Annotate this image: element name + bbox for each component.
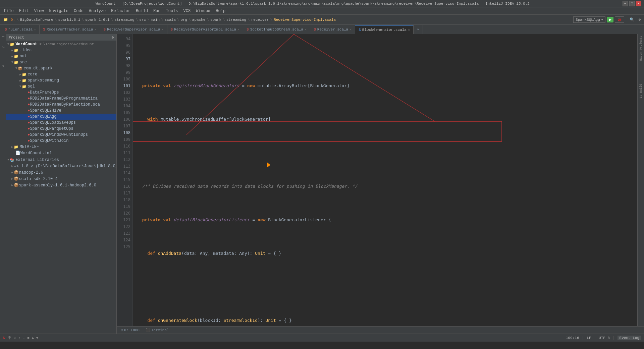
favorites-icon[interactable]: ★ bbox=[1, 64, 5, 67]
menu-code[interactable]: Code bbox=[71, 8, 86, 14]
tab-receiver[interactable]: S Receiver.scala ✕ bbox=[310, 25, 355, 34]
tree-item-out[interactable]: ▶ 📁 out bbox=[6, 53, 116, 59]
status-bar: S 中 ✍ ↑ ↓ ■ ▲ ♥ 109:16 | LF | UTF-8 | Ev… bbox=[0, 334, 644, 342]
tree-item-rdd2dataframebyprg[interactable]: ● RDD2DataFrameByProgrammatica bbox=[6, 96, 116, 102]
tree-label: WordCount bbox=[15, 42, 37, 47]
close-icon[interactable]: ✕ bbox=[408, 28, 410, 32]
close-button[interactable]: ✕ bbox=[636, 1, 641, 6]
close-icon[interactable]: ✕ bbox=[95, 27, 97, 32]
run-config-name: SparkSQLAgg bbox=[576, 18, 600, 22]
tree-item-external-libs[interactable]: ▼ 📚 External Libraries bbox=[6, 157, 116, 163]
tree-item-sparksqlparquet[interactable]: ● SparkSQLParquetOps bbox=[6, 126, 116, 132]
run-button[interactable]: ▶ bbox=[607, 17, 613, 22]
tree-label: SparkSQLLoadSaveOps bbox=[30, 120, 76, 125]
menu-build[interactable]: Build bbox=[133, 8, 151, 14]
tab-socketinputdstream[interactable]: S SocketInputDStream.scala ✕ bbox=[243, 25, 310, 34]
tree-item-sparksqlwithjoin[interactable]: ● SparkSQLWithJoin bbox=[6, 138, 116, 144]
menu-analyze[interactable]: Analyze bbox=[86, 8, 108, 14]
debug-button[interactable]: 🐞 bbox=[615, 16, 624, 23]
tree-item-sparksteaming[interactable]: ▶ 📁 sparksteaming bbox=[6, 77, 116, 83]
tree-item-sparksql2hive[interactable]: ● SparkSQL2Hive bbox=[6, 108, 116, 114]
tree-item-scala-sdk[interactable]: ▶ 📦 scala-sdk-2.10.4 bbox=[6, 176, 116, 182]
tree-item-wordcount[interactable]: ▼ 📁 WordCount D:\IdeaProjects\WordCount bbox=[6, 41, 116, 47]
chevron-down-icon: ▾ bbox=[601, 17, 603, 22]
line-num: 94 bbox=[117, 36, 130, 42]
menu-navigate[interactable]: Navigate bbox=[46, 8, 71, 14]
tab-blockgenerator[interactable]: S BlockGenerator.scala ✕ bbox=[355, 25, 414, 34]
maven-projects-label[interactable]: Maven Projects bbox=[639, 36, 643, 61]
line-num: 121 bbox=[117, 217, 130, 223]
close-icon[interactable]: ✕ bbox=[305, 27, 307, 32]
line-num: 116 bbox=[117, 183, 130, 190]
tree-item-hadoop[interactable]: ▶ 📦 hadoop-2.6 bbox=[6, 169, 116, 176]
tab-label: ReceiverSupervisorImpl.scala bbox=[174, 27, 236, 32]
tree-item-core[interactable]: ▶ 📁 core bbox=[6, 71, 116, 77]
tree-label: spark-assembly-1.6.1-hadoop2.6.0 bbox=[19, 183, 96, 188]
tree-item-sql[interactable]: ▼ 📁 sql bbox=[6, 83, 116, 90]
tree-item-com-dt-spark[interactable]: ▼ 📦 com.dt.spark bbox=[6, 65, 116, 71]
line-num: 123 bbox=[117, 230, 130, 237]
tree-item-dataframeops[interactable]: ● DataFrameOps bbox=[6, 90, 116, 96]
svg-marker-3 bbox=[267, 162, 270, 168]
menu-edit[interactable]: Edit bbox=[16, 8, 32, 14]
menu-file[interactable]: File bbox=[1, 8, 16, 14]
tab-receiversupervisor[interactable]: S ReceiverSupervisor.scala ✕ bbox=[100, 25, 167, 34]
status-ime-indicator: 中 bbox=[8, 335, 11, 340]
menu-tools[interactable]: Tools bbox=[163, 8, 181, 14]
tab-receivertracker[interactable]: S ReceiverTracker.scala ✕ bbox=[40, 25, 100, 34]
minimize-button[interactable]: ─ bbox=[623, 1, 628, 6]
tree-item-jdk[interactable]: ▶ ☕ < 1.8 > (D:\BigDataSoftware\Java\jdk… bbox=[6, 163, 116, 169]
line-num: 95 bbox=[117, 42, 130, 49]
position-label: 109:16 bbox=[566, 336, 579, 340]
tab-todo[interactable]: ☑ 6: TODO bbox=[118, 327, 142, 333]
code-editor[interactable]: private val registeredBlockGenerators = … bbox=[133, 34, 637, 326]
toolbar-path: D: \ BigDataSoftware \ spark1.6.1 \ spar… bbox=[11, 18, 336, 22]
event-log-button[interactable]: Event Log bbox=[618, 336, 641, 340]
toolbar-search-icon[interactable]: 🔍 bbox=[628, 17, 636, 22]
scala-file-icon: S bbox=[314, 27, 316, 32]
tree-item-rdd2dataframebyref[interactable]: ● RDD2DataFrameByReflection.sca bbox=[6, 102, 116, 108]
code-view[interactable]: 94 95 96 97 98 99 100 101 102 103 104 10… bbox=[117, 34, 644, 326]
tab-terminal[interactable]: ⬛ Terminal bbox=[143, 327, 172, 333]
tree-item-sparksqlagg[interactable]: ● SparkSQLAgg bbox=[6, 114, 116, 120]
toolbar-settings-icon[interactable]: ⚙ bbox=[637, 17, 642, 22]
tree-label: src bbox=[19, 60, 27, 65]
status-lf[interactable]: LF bbox=[587, 336, 591, 340]
menu-refactor[interactable]: Refactor bbox=[108, 8, 133, 14]
project-view-icon[interactable]: 1 bbox=[1, 36, 5, 38]
menu-run[interactable]: Run bbox=[151, 8, 163, 14]
tab-receiversupervisorimpl[interactable]: S ReceiverSupervisorImpl.scala ✕ bbox=[167, 25, 243, 34]
tab-more[interactable]: » bbox=[414, 25, 423, 34]
status-position[interactable]: 109:16 bbox=[566, 336, 579, 340]
close-icon[interactable]: ✕ bbox=[350, 27, 352, 32]
tree-item-wordcount-iml[interactable]: 📄 WordCount.iml bbox=[6, 150, 116, 156]
line-num: 119 bbox=[117, 203, 130, 210]
menu-window[interactable]: Window bbox=[193, 8, 213, 14]
close-icon[interactable]: ✕ bbox=[162, 27, 164, 32]
tree-label: .idea bbox=[19, 48, 32, 53]
main-layout: 1 2 ★ Project ⚙ ▼ 📁 WordCount D:\IdeaPro… bbox=[0, 34, 644, 334]
close-icon[interactable]: ✕ bbox=[34, 27, 36, 32]
tree-item-sparksqlloadsave[interactable]: ● SparkSQLLoadSaveOps bbox=[6, 120, 116, 126]
tree-item-sparksqlwindow[interactable]: ● SparkSQLWindowFuntionOps bbox=[6, 132, 116, 138]
tree-item-spark-assembly[interactable]: ▶ 📦 spark-assembly-1.6.1-hadoop2.6.0 bbox=[6, 182, 116, 188]
bottom-tabs: ☑ 6: TODO ⬛ Terminal bbox=[117, 326, 644, 334]
toolbar-icon-project[interactable]: 📁 bbox=[2, 17, 9, 22]
gear-icon[interactable]: ⚙ bbox=[111, 35, 114, 40]
tree-item-metainf[interactable]: ▶ 📁 META-INF bbox=[6, 144, 116, 150]
tree-item-idea[interactable]: ▶ 📁 .idea bbox=[6, 47, 116, 53]
status-encoding[interactable]: UTF-8 bbox=[599, 336, 610, 340]
menu-view[interactable]: View bbox=[32, 8, 47, 14]
lf-label: LF bbox=[587, 336, 591, 340]
run-config-selector[interactable]: SparkSQLAgg ▾ bbox=[573, 16, 605, 23]
structure-view-icon[interactable]: 2 bbox=[1, 46, 5, 48]
build-label[interactable]: 1: Build bbox=[639, 84, 643, 98]
path-scala: scala bbox=[165, 18, 176, 22]
menu-vcs[interactable]: VCS bbox=[181, 8, 194, 14]
close-icon[interactable]: ✕ bbox=[237, 27, 239, 32]
tree-item-src[interactable]: ▼ 📁 src bbox=[6, 59, 116, 65]
tab-ruler[interactable]: S ruler.scala ✕ bbox=[1, 25, 40, 34]
menu-help[interactable]: Help bbox=[213, 8, 228, 14]
maximize-button[interactable]: □ bbox=[629, 1, 635, 6]
left-strip: 1 2 ★ bbox=[0, 34, 6, 334]
